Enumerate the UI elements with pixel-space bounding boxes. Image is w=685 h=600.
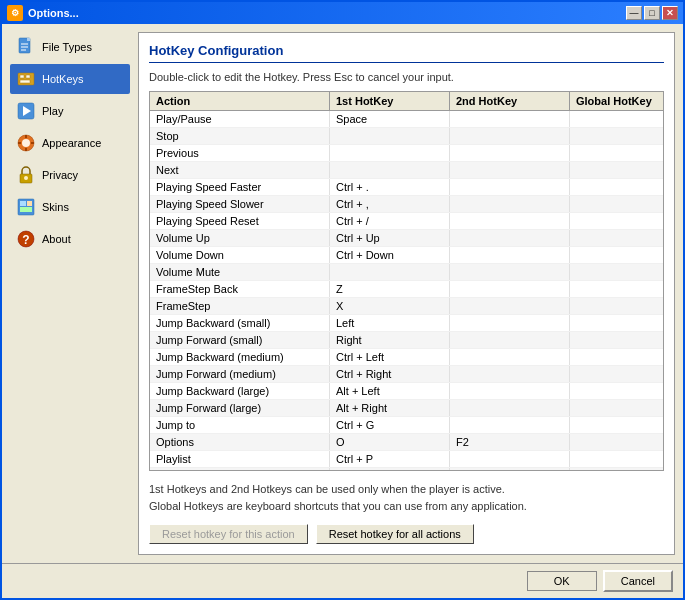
title-buttons: — □ ✕: [626, 6, 678, 20]
cell-hotkey2: [450, 145, 570, 161]
footer-buttons: Reset hotkey for this action Reset hotke…: [149, 524, 664, 544]
cell-hotkey2: [450, 366, 570, 382]
main-panel: HotKey Configuration Double-click to edi…: [138, 32, 675, 555]
svg-rect-16: [31, 142, 34, 144]
table-row[interactable]: Playing Speed Faster Ctrl + .: [150, 179, 663, 196]
col-global: Global HotKey: [570, 92, 664, 110]
svg-rect-20: [20, 201, 26, 206]
maximize-button[interactable]: □: [644, 6, 660, 20]
sidebar-item-hotkeys[interactable]: HotKeys: [10, 64, 130, 94]
sidebar-label-appearance: Appearance: [42, 137, 101, 149]
sidebar-item-privacy[interactable]: Privacy: [10, 160, 130, 190]
table-row[interactable]: Jump Backward (medium) Ctrl + Left: [150, 349, 663, 366]
table-row[interactable]: Stop: [150, 128, 663, 145]
reset-all-button[interactable]: Reset hotkey for all actions: [316, 524, 474, 544]
col-hotkey1: 1st HotKey: [330, 92, 450, 110]
cell-action: Next: [150, 162, 330, 178]
window-footer: OK Cancel: [2, 563, 683, 598]
window-title: Options...: [28, 7, 79, 19]
cell-action: Playlist: [150, 451, 330, 467]
ok-button[interactable]: OK: [527, 571, 597, 591]
cell-action: Previous: [150, 145, 330, 161]
cell-global: [570, 230, 663, 246]
reset-this-button[interactable]: Reset hotkey for this action: [149, 524, 308, 544]
cell-action: FrameStep: [150, 298, 330, 314]
table-row[interactable]: Next: [150, 162, 663, 179]
cell-hotkey2: F2: [450, 434, 570, 450]
sidebar-label-play: Play: [42, 105, 63, 117]
close-button[interactable]: ✕: [662, 6, 678, 20]
cell-action: Playing Speed Faster: [150, 179, 330, 195]
table-row[interactable]: Jump to Ctrl + G: [150, 417, 663, 434]
svg-rect-1: [27, 38, 30, 41]
cell-hotkey1: Ctrl + /: [330, 213, 450, 229]
cell-global: [570, 451, 663, 467]
appearance-icon: [16, 133, 36, 153]
sidebar-item-skins[interactable]: Skins: [10, 192, 130, 222]
cell-hotkey1: O: [330, 434, 450, 450]
sidebar-item-play[interactable]: Play: [10, 96, 130, 126]
svg-rect-13: [25, 135, 27, 138]
table-row[interactable]: FrameStep X: [150, 298, 663, 315]
cell-global: [570, 434, 663, 450]
window-content: File Types HotKeys: [2, 24, 683, 563]
title-bar-left: ⚙ Options...: [7, 5, 79, 21]
sidebar-item-appearance[interactable]: Appearance: [10, 128, 130, 158]
cell-hotkey2: [450, 264, 570, 280]
cell-action: Volume Up: [150, 230, 330, 246]
cell-hotkey1: Ctrl + Up: [330, 230, 450, 246]
cell-hotkey2: [450, 213, 570, 229]
table-row[interactable]: File Info Ctrl + I: [150, 468, 663, 470]
cell-hotkey1: X: [330, 298, 450, 314]
svg-rect-6: [20, 75, 24, 78]
table-row[interactable]: Playing Speed Reset Ctrl + /: [150, 213, 663, 230]
table-row[interactable]: Jump Forward (small) Right: [150, 332, 663, 349]
cell-hotkey2: [450, 349, 570, 365]
table-row[interactable]: Options O F2: [150, 434, 663, 451]
cell-global: [570, 264, 663, 280]
cell-global: [570, 332, 663, 348]
table-row[interactable]: Volume Up Ctrl + Up: [150, 230, 663, 247]
cell-hotkey1: Space: [330, 111, 450, 127]
cell-hotkey2: [450, 332, 570, 348]
cell-action: File Info: [150, 468, 330, 470]
privacy-icon: [16, 165, 36, 185]
sidebar-label-skins: Skins: [42, 201, 69, 213]
cell-global: [570, 366, 663, 382]
table-row[interactable]: Playlist Ctrl + P: [150, 451, 663, 468]
cell-hotkey2: [450, 162, 570, 178]
table-body[interactable]: Play/Pause Space Stop Previous Next Play…: [150, 111, 663, 470]
cell-hotkey1: Ctrl + I: [330, 468, 450, 470]
cell-hotkey2: [450, 298, 570, 314]
sidebar-label-about: About: [42, 233, 71, 245]
svg-rect-21: [27, 201, 32, 206]
table-header: Action 1st HotKey 2nd HotKey Global HotK…: [150, 92, 663, 111]
cell-global: [570, 349, 663, 365]
cancel-button[interactable]: Cancel: [603, 570, 673, 592]
sidebar-item-about[interactable]: ? About: [10, 224, 130, 254]
table-row[interactable]: Volume Mute: [150, 264, 663, 281]
cell-hotkey2: [450, 281, 570, 297]
cell-hotkey1: Ctrl + .: [330, 179, 450, 195]
cell-hotkey2: [450, 196, 570, 212]
minimize-button[interactable]: —: [626, 6, 642, 20]
sidebar-item-file-types[interactable]: File Types: [10, 32, 130, 62]
table-row[interactable]: Play/Pause Space: [150, 111, 663, 128]
cell-action: Jump Forward (medium): [150, 366, 330, 382]
cell-action: Playing Speed Slower: [150, 196, 330, 212]
svg-point-18: [24, 176, 28, 180]
table-row[interactable]: Jump Forward (large) Alt + Right: [150, 400, 663, 417]
cell-action: Jump Forward (small): [150, 332, 330, 348]
cell-action: Stop: [150, 128, 330, 144]
table-row[interactable]: Previous: [150, 145, 663, 162]
table-row[interactable]: Jump Backward (large) Alt + Left: [150, 383, 663, 400]
cell-hotkey1: Ctrl + Left: [330, 349, 450, 365]
cell-action: Jump Backward (large): [150, 383, 330, 399]
table-row[interactable]: Volume Down Ctrl + Down: [150, 247, 663, 264]
table-row[interactable]: Playing Speed Slower Ctrl + ,: [150, 196, 663, 213]
cell-global: [570, 111, 663, 127]
cell-global: [570, 468, 663, 470]
table-row[interactable]: Jump Backward (small) Left: [150, 315, 663, 332]
table-row[interactable]: FrameStep Back Z: [150, 281, 663, 298]
table-row[interactable]: Jump Forward (medium) Ctrl + Right: [150, 366, 663, 383]
